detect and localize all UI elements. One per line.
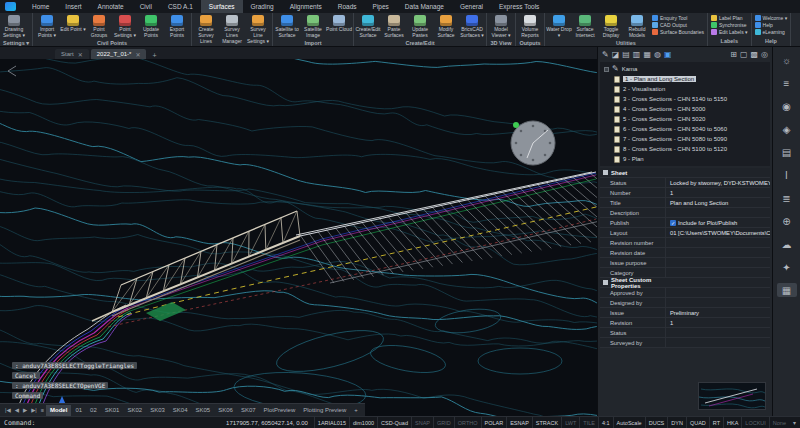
collapse-icon[interactable]: [603, 170, 608, 175]
layout-tab-sk01[interactable]: SK01: [101, 405, 124, 416]
ribbon-tab-civil[interactable]: Civil: [132, 0, 160, 13]
layout-nav-icon[interactable]: |◀: [3, 407, 13, 413]
rebuild-models-button[interactable]: Rebuild Models: [624, 13, 650, 39]
doc-tab-start[interactable]: Start✕: [55, 49, 89, 59]
app-logo-icon[interactable]: [5, 2, 16, 11]
ribbon-tab-home[interactable]: Home: [24, 0, 57, 13]
status-field-lockui[interactable]: LOCKUI: [741, 417, 768, 428]
sheet-tree-item[interactable]: 8 - Cross Sections - CHN 5100 to 5120: [600, 144, 770, 154]
property-row[interactable]: Description: [600, 208, 770, 218]
ribbon-tab-alignments[interactable]: Alignments: [282, 0, 330, 13]
new-tab-button[interactable]: +: [148, 52, 160, 59]
layers-icon[interactable]: ≣: [777, 191, 797, 205]
layout-tab-plotpreview[interactable]: PlotPreview: [260, 405, 300, 416]
command-prompt[interactable]: Command:: [0, 419, 35, 427]
property-row[interactable]: Number1: [600, 188, 770, 198]
surface-intersect-button[interactable]: Surface Intersect: [572, 13, 598, 39]
render-settings-icon[interactable]: ≡: [777, 76, 797, 90]
structure-icon[interactable]: I: [777, 168, 797, 182]
layout-nav-icon[interactable]: ▶|: [29, 407, 39, 413]
layout-tab--[interactable]: +: [350, 405, 362, 416]
property-row[interactable]: IssuePreliminary: [600, 308, 770, 318]
status-field-none[interactable]: None: [769, 417, 789, 428]
ribbon-tab-grading[interactable]: Grading: [243, 0, 282, 13]
status-field-4-1[interactable]: 4:1: [598, 417, 613, 428]
status-field-quad[interactable]: QUAD: [686, 417, 709, 428]
cloud-icon[interactable]: ☁: [777, 237, 797, 251]
ribbon-tab-general[interactable]: General: [452, 0, 491, 13]
toggle-display-button[interactable]: Toggle Display: [598, 13, 624, 39]
close-icon[interactable]: ✕: [78, 51, 83, 58]
print-icon[interactable]: ▦: [643, 51, 651, 59]
drawing-settings-button[interactable]: Drawing Settings ▾: [1, 13, 27, 39]
drawing-canvas[interactable]: : anduv7A3E8SELECTToggleTrianglesCancel:…: [0, 59, 597, 416]
layout-tab-sk07[interactable]: SK07: [237, 405, 260, 416]
ribbon-tab-pipes[interactable]: Pipes: [365, 0, 397, 13]
layout-tab-sk06[interactable]: SK06: [214, 405, 237, 416]
update-points-button[interactable]: Update Points: [138, 13, 164, 39]
pushpin-icon[interactable]: ✦: [777, 260, 797, 274]
status-overflow-caret[interactable]: ▾: [789, 419, 800, 426]
sheet-tree-root[interactable]: ✎Kama: [600, 64, 770, 74]
property-section-header[interactable]: Sheet: [600, 168, 770, 178]
layout-tab-sk02[interactable]: SK02: [123, 405, 146, 416]
property-section-header[interactable]: Sheet Custom Properties: [600, 278, 770, 288]
ribbon-tab-express-tools[interactable]: Express Tools: [491, 0, 547, 13]
copy-sheet-icon[interactable]: ▥: [633, 51, 641, 59]
survey-lines-manager-button[interactable]: Survey Lines Manager: [219, 13, 245, 44]
survey-line-settings-button[interactable]: Survey Line Settings ▾: [245, 13, 271, 44]
sheet-tree-item[interactable]: 3 - Cross Sections - CHN 5140 to 5150: [600, 94, 770, 104]
eraser-icon[interactable]: ◪: [612, 51, 620, 59]
property-row[interactable]: Approved by: [600, 288, 770, 298]
cad-output-button[interactable]: CAD Output: [652, 22, 704, 28]
property-value[interactable]: Locked by stwomey, DYD-KSTWOMEY01: [666, 180, 770, 186]
surface-boundaries-button[interactable]: Surface Boundaries: [652, 29, 704, 35]
status-field-ducs[interactable]: DUCS: [645, 417, 668, 428]
layout-grid-icon[interactable]: ▣: [664, 51, 672, 59]
zoom-search-icon[interactable]: ◎: [761, 51, 768, 59]
bricscad-surfaces-button[interactable]: BricsCAD Surfaces ▾: [459, 13, 485, 39]
help-button[interactable]: Help: [755, 22, 788, 28]
ribbon-tab-insert[interactable]: Insert: [57, 0, 89, 13]
property-row[interactable]: Designed by: [600, 298, 770, 308]
ribbon-tab-annotate[interactable]: Annotate: [90, 0, 132, 13]
layout-tab-plotting-preview[interactable]: Plotting Preview: [299, 405, 350, 416]
sheet-tree-item[interactable]: 1 - Plan and Long Section: [600, 74, 770, 84]
status-field-ortho[interactable]: ORTHO: [454, 417, 481, 428]
status-field-1arial015[interactable]: 1ARIAL015: [314, 417, 349, 428]
enquiry-tool-button[interactable]: Enquiry Tool: [652, 15, 704, 21]
property-value[interactable]: 1: [666, 320, 770, 326]
close-icon[interactable]: ✕: [135, 51, 140, 58]
checkbox-icon[interactable]: [604, 67, 609, 72]
status-field-strack[interactable]: STRACK: [532, 417, 561, 428]
layout-tab-sk04[interactable]: SK04: [169, 405, 192, 416]
satellite-image-button[interactable]: Satellite Image: [300, 13, 326, 39]
ribbon-tab-roads[interactable]: Roads: [330, 0, 365, 13]
status-field-grid[interactable]: GRID: [433, 417, 454, 428]
property-value[interactable]: ✓Include for Plot/Publish: [666, 220, 770, 226]
point-settings-button[interactable]: Point Settings ▾: [112, 13, 138, 39]
status-field-dim1000[interactable]: dim1000: [349, 417, 377, 428]
pattern-icon[interactable]: ▦: [777, 283, 797, 297]
label-plan-button[interactable]: Label Plan: [711, 15, 748, 21]
new-sheet-icon[interactable]: ▤: [622, 51, 630, 59]
edit-labels-button[interactable]: Edit Labels ▾: [711, 29, 748, 35]
collapse-icon[interactable]: [603, 280, 608, 285]
globe-icon[interactable]: ⊕: [777, 214, 797, 228]
property-value[interactable]: 01 [C:\Users\STWOMEY\Documents\CSD\kama\…: [666, 230, 770, 236]
layout-tab-02[interactable]: 02: [86, 405, 101, 416]
export-points-button[interactable]: Export Points: [164, 13, 190, 39]
status-field-polar[interactable]: POLAR: [481, 417, 507, 428]
status-field-csd-quad[interactable]: CSD-Quad: [377, 417, 411, 428]
modify-surface-button[interactable]: Modify Surface: [433, 13, 459, 39]
status-field-hka[interactable]: HKA: [723, 417, 741, 428]
property-row[interactable]: Publish✓Include for Plot/Publish: [600, 218, 770, 228]
property-row[interactable]: Status: [600, 328, 770, 338]
property-row[interactable]: TitlePlan and Long Section: [600, 198, 770, 208]
property-row[interactable]: Revision number: [600, 238, 770, 248]
sheet-tree-item[interactable]: 7 - Cross Sections - CHN 5080 to 5090: [600, 134, 770, 144]
layout-nav-icon[interactable]: ≡: [39, 407, 46, 413]
water-drop-button[interactable]: Water Drop ▾: [546, 13, 572, 39]
paste-surfaces-button[interactable]: Paste Surfaces: [381, 13, 407, 39]
volume-reports-button[interactable]: Volume Reports: [517, 13, 543, 39]
